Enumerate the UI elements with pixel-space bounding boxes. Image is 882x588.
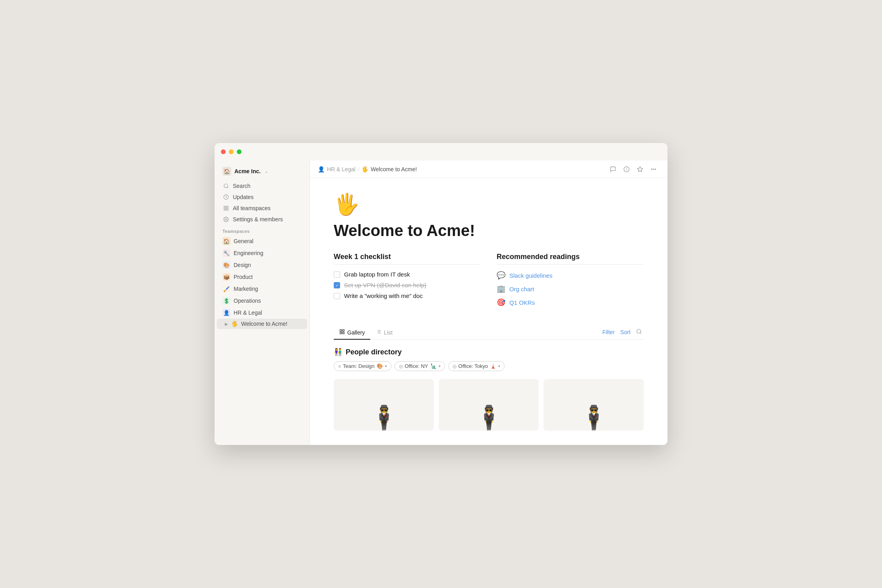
sidebar-item-hr[interactable]: 👤 HR & Legal — [217, 307, 307, 319]
sidebar-item-operations-label: Operations — [234, 298, 261, 304]
svg-rect-17 — [340, 332, 342, 334]
gallery-card-3[interactable]: 🕴 — [544, 379, 644, 431]
more-button[interactable] — [648, 163, 660, 175]
chip-chevron-tokyo: ▾ — [498, 364, 500, 368]
svg-point-7 — [225, 219, 227, 220]
checkbox-1[interactable] — [334, 271, 340, 278]
svg-point-0 — [224, 184, 228, 188]
sidebar-item-product[interactable]: 📦 Product — [217, 271, 307, 283]
svg-point-14 — [655, 169, 656, 170]
okr-icon: 🎯 — [497, 298, 505, 307]
svg-rect-6 — [226, 209, 228, 210]
svg-rect-16 — [342, 330, 344, 331]
card-silhouette-2: 🕴 — [472, 406, 506, 431]
breadcrumb-current-emoji: 🖐️ — [362, 166, 368, 172]
chip-label-tokyo: Office: Tokyo — [458, 363, 488, 369]
chip-office-ny[interactable]: ◎ Office: NY 🗽 ▾ — [395, 361, 445, 371]
app-window: 🏠 Acme Inc. ⌄ Search Updates — [215, 143, 667, 445]
info-button[interactable] — [621, 163, 632, 175]
marketing-icon: 🖌️ — [222, 285, 230, 293]
main-content: 👤 HR & Legal / 🖐️ Welcome to Acme! — [310, 161, 667, 445]
page-title: Welcome to Acme! — [334, 221, 644, 240]
sidebar-page-label: Welcome to Acme! — [241, 321, 287, 327]
checkbox-2[interactable]: ✓ — [334, 282, 340, 288]
chip-team-design[interactable]: ≡ Team: Design 🎨 ▾ — [334, 361, 391, 371]
reading-item-slack[interactable]: 💬 Slack guidelines — [497, 271, 644, 280]
chip-chevron-ny: ▾ — [439, 364, 441, 368]
sidebar-item-marketing[interactable]: 🖌️ Marketing — [217, 283, 307, 295]
minimize-button[interactable] — [229, 149, 234, 154]
svg-point-25 — [637, 329, 641, 333]
svg-rect-5 — [224, 209, 226, 210]
engineering-icon: 🔧 — [222, 249, 230, 257]
tab-gallery[interactable]: Gallery — [334, 326, 370, 340]
sidebar-item-all-teamspaces[interactable]: All teamspaces — [217, 203, 307, 214]
sidebar-item-design[interactable]: 🎨 Design — [217, 259, 307, 271]
sidebar: 🏠 Acme Inc. ⌄ Search Updates — [215, 161, 310, 445]
chip-list-icon: ≡ — [338, 364, 341, 369]
clock-icon — [222, 193, 230, 201]
chip-circle-icon-ny: ◎ — [399, 364, 403, 369]
directory-emoji: 👫 — [334, 348, 342, 356]
sidebar-item-teamspaces-label: All teamspaces — [233, 205, 271, 211]
chip-label-team: Team: Design — [343, 363, 374, 369]
gallery-card-1[interactable]: 🕴 — [334, 379, 434, 431]
workspace-item[interactable]: 🏠 Acme Inc. ⌄ — [217, 164, 307, 179]
tab-list[interactable]: List — [370, 326, 398, 340]
gallery-card-2[interactable]: 🕴 — [439, 379, 539, 431]
tab-list-label: List — [384, 329, 393, 336]
filter-button[interactable]: Filter — [602, 329, 615, 335]
sidebar-item-general-label: General — [234, 238, 253, 244]
breadcrumb-separator: / — [358, 166, 359, 172]
breadcrumb-current: Welcome to Acme! — [371, 166, 417, 172]
comment-button[interactable] — [607, 163, 619, 175]
sidebar-item-operations[interactable]: 💲 Operations — [217, 295, 307, 307]
sort-button[interactable]: Sort — [620, 329, 631, 335]
reading-item-org[interactable]: 🏢 Org chart — [497, 284, 644, 293]
checklist-item-1: Grab laptop from IT desk — [334, 271, 481, 278]
maximize-button[interactable] — [237, 149, 242, 154]
general-icon: 🏠 — [222, 237, 230, 245]
checklist-section: Week 1 checklist Grab laptop from IT des… — [334, 253, 481, 311]
directory-title-text: People directory — [346, 348, 402, 356]
search-icon — [222, 182, 230, 190]
svg-rect-3 — [224, 206, 226, 208]
breadcrumb-parent-icon: 👤 — [318, 166, 325, 172]
chip-office-tokyo[interactable]: ◎ Office: Tokyo 🗼 ▾ — [448, 361, 505, 371]
svg-marker-11 — [637, 166, 642, 172]
reading-label-okr: Q1 OKRs — [509, 299, 535, 306]
sidebar-item-settings[interactable]: Settings & members — [217, 214, 307, 225]
svg-point-13 — [653, 169, 654, 170]
star-button[interactable] — [634, 163, 646, 175]
sidebar-item-engineering-label: Engineering — [234, 250, 263, 256]
checkbox-3[interactable] — [334, 293, 340, 299]
readings-title: Recommended readings — [497, 253, 644, 265]
svg-rect-15 — [340, 330, 342, 331]
page-content: 🖐️ Welcome to Acme! Week 1 checklist Gra… — [310, 178, 667, 445]
sidebar-item-updates[interactable]: Updates — [217, 191, 307, 203]
chip-chevron-team: ▾ — [385, 364, 387, 368]
sidebar-item-general[interactable]: 🏠 General — [217, 235, 307, 247]
breadcrumb-parent[interactable]: HR & Legal — [327, 166, 356, 172]
sidebar-item-search-label: Search — [233, 183, 250, 189]
sidebar-item-updates-label: Updates — [233, 194, 253, 200]
sidebar-item-search[interactable]: Search — [217, 180, 307, 191]
svg-rect-4 — [226, 206, 228, 208]
sidebar-item-engineering[interactable]: 🔧 Engineering — [217, 247, 307, 259]
svg-rect-18 — [342, 332, 344, 334]
reading-label-slack: Slack guidelines — [509, 272, 552, 279]
sidebar-item-hr-label: HR & Legal — [234, 309, 262, 316]
reading-item-okr[interactable]: 🎯 Q1 OKRs — [497, 298, 644, 307]
checklist-item-2: ✓ Set up VPN (@David can help) — [334, 282, 481, 288]
view-search-button[interactable] — [636, 329, 642, 336]
close-button[interactable] — [221, 149, 226, 154]
grid-icon — [222, 205, 230, 212]
svg-line-26 — [640, 333, 641, 334]
page-emoji: 🖐️ — [334, 194, 644, 215]
checklist-title: Week 1 checklist — [334, 253, 481, 265]
sidebar-page-welcome[interactable]: ▶ 🖐️ Welcome to Acme! — [217, 319, 307, 329]
sidebar-item-design-label: Design — [234, 262, 251, 268]
gallery-cards: 🕴 🕴 🕴 — [334, 379, 644, 431]
sidebar-item-settings-label: Settings & members — [233, 216, 283, 222]
sidebar-item-marketing-label: Marketing — [234, 286, 258, 292]
